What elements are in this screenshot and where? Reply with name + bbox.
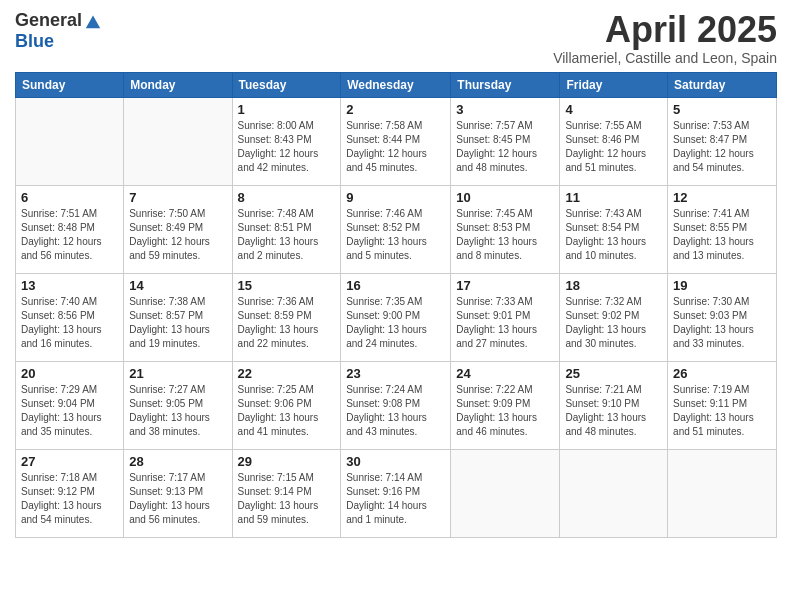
svg-marker-0 [86,15,100,28]
day-number: 10 [456,190,554,205]
day-number: 4 [565,102,662,117]
day-number: 27 [21,454,118,469]
title-section: April 2025 Villameriel, Castille and Leo… [553,10,777,66]
day-number: 13 [21,278,118,293]
day-number: 30 [346,454,445,469]
calendar-day-cell: 14Sunrise: 7:38 AMSunset: 8:57 PMDayligh… [124,273,232,361]
calendar-day-cell: 29Sunrise: 7:15 AMSunset: 9:14 PMDayligh… [232,449,341,537]
calendar-day-cell [124,97,232,185]
day-info: Sunrise: 7:18 AMSunset: 9:12 PMDaylight:… [21,471,118,527]
day-info: Sunrise: 7:55 AMSunset: 8:46 PMDaylight:… [565,119,662,175]
calendar-week-row: 1Sunrise: 8:00 AMSunset: 8:43 PMDaylight… [16,97,777,185]
day-of-week-header: Monday [124,72,232,97]
day-info: Sunrise: 7:17 AMSunset: 9:13 PMDaylight:… [129,471,226,527]
calendar-day-cell: 9Sunrise: 7:46 AMSunset: 8:52 PMDaylight… [341,185,451,273]
day-number: 25 [565,366,662,381]
day-info: Sunrise: 7:27 AMSunset: 9:05 PMDaylight:… [129,383,226,439]
day-number: 2 [346,102,445,117]
day-of-week-header: Thursday [451,72,560,97]
day-of-week-header: Tuesday [232,72,341,97]
day-info: Sunrise: 7:32 AMSunset: 9:02 PMDaylight:… [565,295,662,351]
day-info: Sunrise: 7:24 AMSunset: 9:08 PMDaylight:… [346,383,445,439]
day-info: Sunrise: 7:29 AMSunset: 9:04 PMDaylight:… [21,383,118,439]
page-header: General Blue April 2025 Villameriel, Cas… [15,10,777,66]
calendar-week-row: 6Sunrise: 7:51 AMSunset: 8:48 PMDaylight… [16,185,777,273]
calendar-day-cell: 18Sunrise: 7:32 AMSunset: 9:02 PMDayligh… [560,273,668,361]
day-number: 11 [565,190,662,205]
day-info: Sunrise: 7:43 AMSunset: 8:54 PMDaylight:… [565,207,662,263]
day-info: Sunrise: 7:46 AMSunset: 8:52 PMDaylight:… [346,207,445,263]
day-info: Sunrise: 7:41 AMSunset: 8:55 PMDaylight:… [673,207,771,263]
calendar-day-cell: 12Sunrise: 7:41 AMSunset: 8:55 PMDayligh… [668,185,777,273]
day-info: Sunrise: 7:58 AMSunset: 8:44 PMDaylight:… [346,119,445,175]
calendar-day-cell: 16Sunrise: 7:35 AMSunset: 9:00 PMDayligh… [341,273,451,361]
day-of-week-header: Friday [560,72,668,97]
day-number: 23 [346,366,445,381]
calendar-day-cell: 2Sunrise: 7:58 AMSunset: 8:44 PMDaylight… [341,97,451,185]
day-number: 17 [456,278,554,293]
calendar-day-cell: 17Sunrise: 7:33 AMSunset: 9:01 PMDayligh… [451,273,560,361]
day-number: 18 [565,278,662,293]
logo-general-text: General [15,10,82,31]
logo: General Blue [15,10,102,52]
calendar-day-cell: 24Sunrise: 7:22 AMSunset: 9:09 PMDayligh… [451,361,560,449]
day-info: Sunrise: 7:21 AMSunset: 9:10 PMDaylight:… [565,383,662,439]
location-text: Villameriel, Castille and Leon, Spain [553,50,777,66]
calendar-day-cell: 10Sunrise: 7:45 AMSunset: 8:53 PMDayligh… [451,185,560,273]
day-number: 15 [238,278,336,293]
day-info: Sunrise: 7:22 AMSunset: 9:09 PMDaylight:… [456,383,554,439]
calendar-day-cell: 13Sunrise: 7:40 AMSunset: 8:56 PMDayligh… [16,273,124,361]
calendar-week-row: 27Sunrise: 7:18 AMSunset: 9:12 PMDayligh… [16,449,777,537]
logo-icon [84,12,102,30]
calendar-week-row: 13Sunrise: 7:40 AMSunset: 8:56 PMDayligh… [16,273,777,361]
day-info: Sunrise: 7:38 AMSunset: 8:57 PMDaylight:… [129,295,226,351]
day-number: 6 [21,190,118,205]
calendar-day-cell: 25Sunrise: 7:21 AMSunset: 9:10 PMDayligh… [560,361,668,449]
day-number: 29 [238,454,336,469]
day-number: 22 [238,366,336,381]
calendar-day-cell: 26Sunrise: 7:19 AMSunset: 9:11 PMDayligh… [668,361,777,449]
day-number: 21 [129,366,226,381]
day-number: 20 [21,366,118,381]
day-number: 24 [456,366,554,381]
calendar-day-cell [560,449,668,537]
day-info: Sunrise: 7:15 AMSunset: 9:14 PMDaylight:… [238,471,336,527]
calendar-day-cell: 7Sunrise: 7:50 AMSunset: 8:49 PMDaylight… [124,185,232,273]
day-info: Sunrise: 7:35 AMSunset: 9:00 PMDaylight:… [346,295,445,351]
day-info: Sunrise: 7:45 AMSunset: 8:53 PMDaylight:… [456,207,554,263]
day-number: 19 [673,278,771,293]
calendar-day-cell: 22Sunrise: 7:25 AMSunset: 9:06 PMDayligh… [232,361,341,449]
day-info: Sunrise: 7:50 AMSunset: 8:49 PMDaylight:… [129,207,226,263]
day-of-week-header: Sunday [16,72,124,97]
calendar-day-cell [16,97,124,185]
day-number: 14 [129,278,226,293]
logo-blue-text: Blue [15,31,54,52]
day-info: Sunrise: 7:53 AMSunset: 8:47 PMDaylight:… [673,119,771,175]
day-of-week-header: Saturday [668,72,777,97]
day-number: 9 [346,190,445,205]
month-title: April 2025 [553,10,777,50]
calendar-day-cell: 5Sunrise: 7:53 AMSunset: 8:47 PMDaylight… [668,97,777,185]
calendar-week-row: 20Sunrise: 7:29 AMSunset: 9:04 PMDayligh… [16,361,777,449]
calendar-day-cell [451,449,560,537]
day-info: Sunrise: 7:19 AMSunset: 9:11 PMDaylight:… [673,383,771,439]
calendar-day-cell: 1Sunrise: 8:00 AMSunset: 8:43 PMDaylight… [232,97,341,185]
calendar-day-cell: 28Sunrise: 7:17 AMSunset: 9:13 PMDayligh… [124,449,232,537]
day-info: Sunrise: 7:51 AMSunset: 8:48 PMDaylight:… [21,207,118,263]
calendar-day-cell: 4Sunrise: 7:55 AMSunset: 8:46 PMDaylight… [560,97,668,185]
calendar-day-cell: 21Sunrise: 7:27 AMSunset: 9:05 PMDayligh… [124,361,232,449]
day-info: Sunrise: 7:14 AMSunset: 9:16 PMDaylight:… [346,471,445,527]
calendar-day-cell: 19Sunrise: 7:30 AMSunset: 9:03 PMDayligh… [668,273,777,361]
calendar-day-cell: 11Sunrise: 7:43 AMSunset: 8:54 PMDayligh… [560,185,668,273]
calendar-table: SundayMondayTuesdayWednesdayThursdayFrid… [15,72,777,538]
day-info: Sunrise: 7:33 AMSunset: 9:01 PMDaylight:… [456,295,554,351]
day-number: 7 [129,190,226,205]
day-number: 16 [346,278,445,293]
day-info: Sunrise: 7:57 AMSunset: 8:45 PMDaylight:… [456,119,554,175]
day-info: Sunrise: 7:30 AMSunset: 9:03 PMDaylight:… [673,295,771,351]
day-of-week-header: Wednesday [341,72,451,97]
day-info: Sunrise: 8:00 AMSunset: 8:43 PMDaylight:… [238,119,336,175]
calendar-day-cell: 15Sunrise: 7:36 AMSunset: 8:59 PMDayligh… [232,273,341,361]
day-number: 1 [238,102,336,117]
calendar-day-cell: 3Sunrise: 7:57 AMSunset: 8:45 PMDaylight… [451,97,560,185]
